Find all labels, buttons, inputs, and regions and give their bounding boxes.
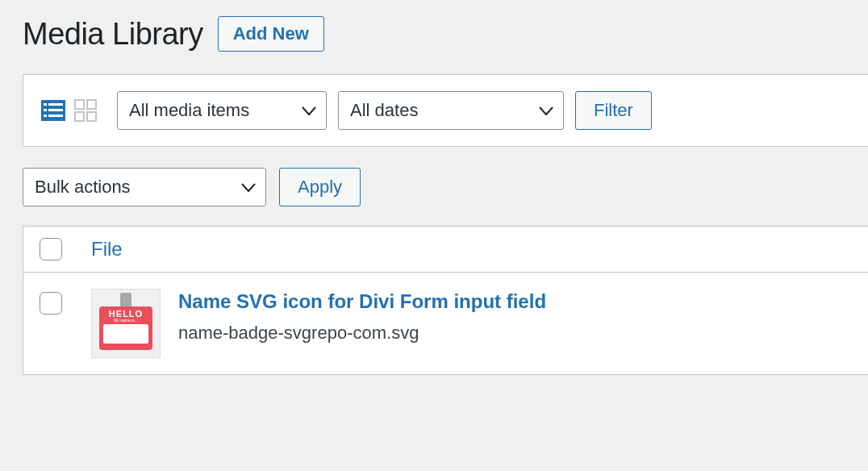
- svg-rect-6: [48, 115, 63, 117]
- chevron-down-icon: [539, 100, 553, 121]
- list-view-icon[interactable]: [41, 98, 65, 123]
- chevron-down-icon: [302, 100, 316, 121]
- media-title-link[interactable]: Name SVG icon for Divi Form input field: [178, 290, 546, 313]
- bulk-actions-select[interactable]: Bulk actions: [23, 168, 266, 206]
- date-select[interactable]: All dates: [338, 91, 564, 130]
- file-column-header[interactable]: File: [91, 238, 123, 261]
- badge-sub-text: My name is...: [114, 318, 138, 323]
- badge-name-area: [103, 324, 148, 344]
- media-table: File HELLO My name is... Name SVG icon f…: [23, 226, 868, 375]
- media-filename: name-badge-svgrepo-com.svg: [178, 323, 546, 344]
- hello-badge-icon: HELLO My name is...: [99, 306, 152, 350]
- grid-view-icon[interactable]: [73, 98, 98, 123]
- view-switch: [41, 98, 98, 123]
- row-checkbox[interactable]: [40, 292, 62, 315]
- svg-rect-4: [48, 109, 63, 111]
- date-selected: All dates: [350, 100, 418, 121]
- svg-rect-5: [44, 115, 47, 117]
- svg-rect-1: [44, 103, 47, 106]
- filter-button[interactable]: Filter: [575, 91, 652, 130]
- svg-rect-10: [87, 112, 96, 121]
- svg-rect-9: [75, 112, 84, 121]
- add-new-button[interactable]: Add New: [218, 16, 324, 52]
- table-header: File: [23, 227, 868, 273]
- svg-rect-8: [87, 100, 96, 109]
- filter-bar: All media items All dates Filter: [23, 74, 868, 147]
- svg-rect-3: [44, 109, 47, 111]
- svg-rect-7: [75, 100, 84, 109]
- apply-button[interactable]: Apply: [279, 168, 361, 206]
- media-type-selected: All media items: [129, 100, 249, 121]
- badge-clip-icon: [120, 293, 131, 307]
- bulk-actions-row: Bulk actions Apply: [23, 168, 868, 206]
- file-info: Name SVG icon for Divi Form input field …: [178, 289, 546, 344]
- select-all-checkbox[interactable]: [40, 238, 62, 261]
- media-type-select[interactable]: All media items: [117, 91, 327, 130]
- svg-rect-2: [48, 103, 63, 106]
- bulk-actions-selected: Bulk actions: [35, 177, 131, 198]
- media-thumbnail[interactable]: HELLO My name is...: [91, 289, 161, 358]
- page-title: Media Library: [23, 17, 203, 52]
- chevron-down-icon: [241, 177, 256, 198]
- table-row: HELLO My name is... Name SVG icon for Di…: [23, 273, 868, 374]
